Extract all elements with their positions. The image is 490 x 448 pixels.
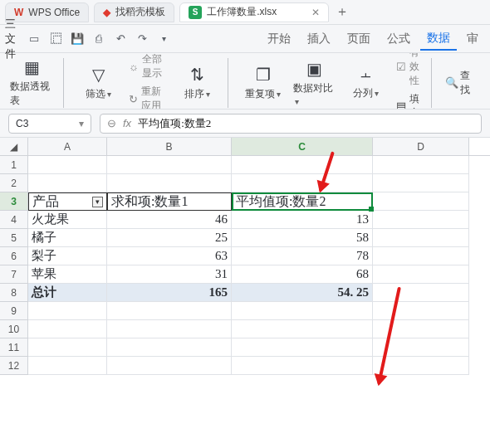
cell-B12[interactable] xyxy=(107,357,232,375)
cell-B8[interactable]: 165 xyxy=(107,284,232,302)
cell-A5[interactable]: 橘子 xyxy=(28,229,107,247)
cell-B6[interactable]: 63 xyxy=(107,247,232,265)
fill-button[interactable]: ▤ 填充 xyxy=(396,92,423,110)
cancel-icon[interactable]: ⊖ xyxy=(107,117,116,129)
cell-B4[interactable]: 46 xyxy=(107,211,232,229)
cell-C9[interactable] xyxy=(232,302,373,320)
formula-input[interactable]: ⊖ fx 平均值项:数量2 xyxy=(100,114,482,134)
col-header-C[interactable]: C xyxy=(232,138,373,155)
row-header-10[interactable]: 10 xyxy=(0,320,28,338)
qat-save-icon[interactable]: 💾 xyxy=(70,32,85,46)
cell-A7[interactable]: 苹果 xyxy=(28,265,107,284)
cell-B3[interactable]: 求和项:数量1 xyxy=(107,192,232,211)
app-tab-find[interactable]: ◆ 找稻壳模板 xyxy=(94,2,174,22)
cell-C6[interactable]: 78 xyxy=(232,247,373,265)
row-header-3[interactable]: 3 xyxy=(0,192,28,211)
cell-B9[interactable] xyxy=(107,302,232,320)
cell-C10[interactable] xyxy=(232,320,373,338)
row-header-12[interactable]: 12 xyxy=(0,357,28,375)
cell-D7[interactable] xyxy=(373,265,469,284)
qat-redo-icon[interactable]: ↷ xyxy=(135,32,149,46)
qat-undo-icon[interactable]: ↶ xyxy=(113,32,128,46)
cell-A8[interactable]: 总计 xyxy=(28,284,107,302)
duplicates-button[interactable]: ❐ 重复项 xyxy=(242,65,285,101)
cell-C3[interactable]: 平均值项:数量2 xyxy=(232,192,373,211)
cell-C12[interactable] xyxy=(232,357,373,375)
app-tab-sheet[interactable]: S 工作簿数量.xlsx ✕ xyxy=(179,2,329,22)
cell-C11[interactable] xyxy=(232,338,373,357)
add-tab-button[interactable]: ＋ xyxy=(334,3,350,21)
cell-D3[interactable] xyxy=(373,192,469,211)
tab-review[interactable]: 审 xyxy=(460,28,485,50)
row-9 xyxy=(28,302,490,320)
find-button[interactable]: 🔍 查找 xyxy=(445,69,477,97)
cell-C8[interactable]: 54. 25 xyxy=(232,284,373,302)
cell-D6[interactable] xyxy=(373,247,469,265)
cell-A9[interactable] xyxy=(28,302,107,320)
row-header-2[interactable]: 2 xyxy=(0,174,28,192)
cell-C2[interactable] xyxy=(232,174,373,192)
cell-D2[interactable] xyxy=(373,174,469,192)
tab-page[interactable]: 页面 xyxy=(341,28,377,50)
cell-B11[interactable] xyxy=(107,338,232,357)
cell-C5[interactable]: 58 xyxy=(232,229,373,247)
tab-data[interactable]: 数据 xyxy=(420,27,457,51)
qat-open-icon[interactable]: ⿸ xyxy=(48,32,63,46)
cell-A1[interactable] xyxy=(28,156,107,174)
cell-D8[interactable] xyxy=(373,284,469,302)
tab-insert[interactable]: 插入 xyxy=(301,28,337,50)
row-header-8[interactable]: 8 xyxy=(0,284,28,302)
row-header-5[interactable]: 5 xyxy=(0,229,28,247)
cell-A3[interactable]: 产品 ▾ xyxy=(28,192,107,211)
row-header-1[interactable]: 1 xyxy=(0,156,28,174)
row-header-7[interactable]: 7 xyxy=(0,265,28,284)
cell-D12[interactable] xyxy=(373,357,469,375)
row-header-6[interactable]: 6 xyxy=(0,247,28,265)
col-header-D[interactable]: D xyxy=(373,138,469,155)
cell-D9[interactable] xyxy=(373,302,469,320)
qat-print-icon[interactable]: ⎙ xyxy=(91,32,106,46)
row-header-4[interactable]: 4 xyxy=(0,211,28,229)
close-icon[interactable]: ✕ xyxy=(311,7,320,18)
cell-A4[interactable]: 火龙果 xyxy=(28,211,107,229)
row-label-dropdown-icon[interactable]: ▾ xyxy=(92,197,103,207)
cell-A12[interactable] xyxy=(28,357,107,375)
name-box[interactable]: C3 ▾ xyxy=(8,114,91,134)
cell-A2[interactable] xyxy=(28,174,107,192)
cell-B1[interactable] xyxy=(107,156,232,174)
row-header-11[interactable]: 11 xyxy=(0,338,28,357)
cell-D4[interactable] xyxy=(373,211,469,229)
chevron-down-icon[interactable]: ▾ xyxy=(79,118,84,129)
split-button[interactable]: ⫠ 分列 xyxy=(345,65,388,100)
filter-button[interactable]: ▽ 筛选 xyxy=(77,65,120,101)
cell-B10[interactable] xyxy=(107,320,232,338)
cell-B2[interactable] xyxy=(107,174,232,192)
tab-formula[interactable]: 公式 xyxy=(380,28,417,50)
col-header-A[interactable]: A xyxy=(28,138,107,155)
cell-D1[interactable] xyxy=(373,156,469,174)
sort-button[interactable]: ⇅ 排序 xyxy=(176,65,219,101)
compare-button[interactable]: ▣ 数据对比 xyxy=(293,59,336,107)
cell-A11[interactable] xyxy=(28,338,107,357)
file-menu[interactable]: 三 文件 xyxy=(5,32,20,46)
cell-C1[interactable] xyxy=(232,156,373,174)
cell-B7[interactable]: 31 xyxy=(107,265,232,284)
row-header-9[interactable]: 9 xyxy=(0,302,28,320)
cell-D5[interactable] xyxy=(373,229,469,247)
cell-A6[interactable]: 梨子 xyxy=(28,247,107,265)
validation-button[interactable]: ☑ 有效性 xyxy=(396,53,423,88)
fx-icon[interactable]: fx xyxy=(123,117,131,129)
show-all-button[interactable]: ☼ 全部显示 xyxy=(129,53,168,80)
pivot-table-button[interactable]: ▦ 数据透视表 xyxy=(10,57,55,108)
cell-C7[interactable]: 68 xyxy=(232,265,373,284)
cell-A10[interactable] xyxy=(28,320,107,338)
qat-caret-icon[interactable]: ▾ xyxy=(156,32,171,46)
cell-B5[interactable]: 25 xyxy=(107,229,232,247)
col-header-B[interactable]: B xyxy=(107,138,232,155)
cell-C4[interactable]: 13 xyxy=(232,211,373,229)
select-all-corner[interactable]: ◢ xyxy=(0,138,28,155)
qat-new-icon[interactable]: ▭ xyxy=(27,32,42,46)
reapply-button[interactable]: ↻ 重新应用 xyxy=(129,85,168,110)
cells-area[interactable]: 产品 ▾ 求和项:数量1 平均值项:数量2 火龙果 46 13 橘子 xyxy=(28,156,490,375)
tab-start[interactable]: 开始 xyxy=(261,28,297,50)
